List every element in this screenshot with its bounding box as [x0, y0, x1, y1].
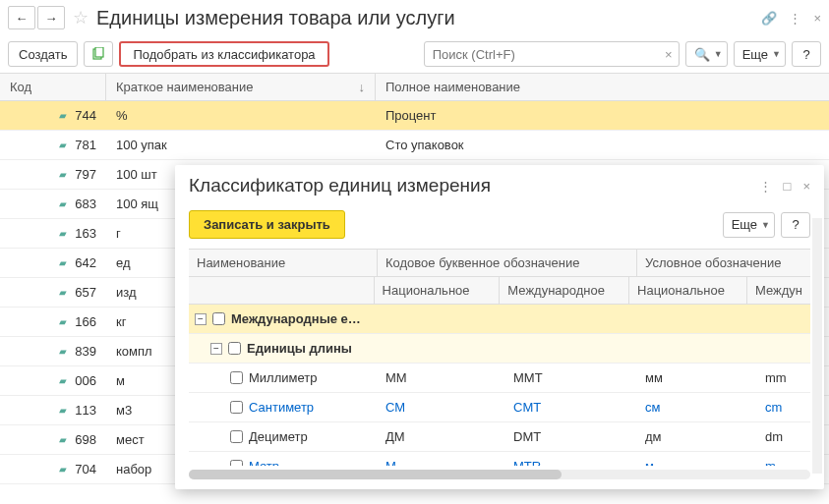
svg-rect-1: [95, 47, 103, 57]
dialog-menu-icon[interactable]: ⋮: [759, 179, 772, 194]
search-box: ×: [424, 41, 680, 67]
classifier-row[interactable]: МиллиметрММMMTммmm: [189, 364, 810, 393]
row-checkbox[interactable]: [230, 401, 243, 414]
row-marker-icon: ▰: [59, 405, 67, 416]
row-marker-icon: ▰: [59, 316, 67, 327]
save-close-button[interactable]: Записать и закрыть: [189, 210, 345, 239]
row-checkbox[interactable]: [230, 371, 243, 384]
tree-collapse-icon[interactable]: −: [210, 343, 222, 355]
classifier-row[interactable]: МетрМMTRмm: [189, 452, 810, 466]
page-title: Единицы измерения товара или услуги: [96, 7, 761, 29]
dialog-maximize-icon[interactable]: □: [784, 179, 792, 194]
col-full[interactable]: Полное наименование: [376, 74, 829, 100]
nav-back-button[interactable]: ←: [8, 6, 35, 29]
dialog-toolbar: Записать и закрыть Еще▼ ?: [175, 204, 824, 249]
dialog-close-icon[interactable]: ×: [802, 179, 810, 194]
close-icon[interactable]: ×: [813, 11, 821, 26]
group-checkbox[interactable]: [212, 312, 225, 325]
row-marker-icon: ▰: [59, 198, 67, 209]
dialog-v-scrollbar[interactable]: [812, 218, 822, 474]
search-mode-button[interactable]: 🔍▼: [685, 41, 728, 67]
row-marker-icon: ▰: [59, 169, 67, 180]
help-button[interactable]: ?: [792, 41, 821, 67]
row-marker-icon: ▰: [59, 434, 67, 445]
menu-dots-icon[interactable]: ⋮: [789, 11, 801, 26]
titlebar: ← → ☆ Единицы измерения товара или услуг…: [0, 0, 829, 35]
tree-subgroup-row[interactable]: −Единицы длины: [189, 334, 810, 364]
dialog-titlebar: Классификатор единиц измерения ⋮ □ ×: [175, 165, 824, 204]
group-checkbox[interactable]: [228, 342, 241, 355]
dcol-nat2[interactable]: Национальное: [629, 277, 747, 304]
col-code[interactable]: Код: [0, 74, 106, 100]
dcol-int2[interactable]: Междун: [747, 277, 810, 304]
dialog-more-button[interactable]: Еще▼: [723, 212, 775, 238]
search-clear-icon[interactable]: ×: [659, 47, 679, 62]
row-marker-icon: ▰: [59, 140, 67, 150]
col-short[interactable]: Краткое наименование↓: [106, 74, 376, 100]
row-marker-icon: ▰: [59, 375, 67, 386]
more-button[interactable]: Еще▼: [734, 41, 786, 67]
sort-arrow-icon: ↓: [359, 80, 366, 94]
classifier-dialog: Классификатор единиц измерения ⋮ □ × Зап…: [175, 165, 824, 489]
tree-group-row[interactable]: −Международные е…: [189, 305, 810, 334]
dcol-nat1[interactable]: Национальное: [375, 277, 501, 304]
dcol-int1[interactable]: Международное: [500, 277, 629, 304]
dcol-cond[interactable]: Условное обозначение: [637, 250, 810, 276]
row-marker-icon: ▰: [59, 110, 67, 121]
dcol-letter[interactable]: Кодовое буквенное обозначение: [378, 250, 637, 276]
dialog-header-row2: Национальное Международное Национальное …: [189, 277, 810, 305]
row-marker-icon: ▰: [59, 287, 67, 298]
row-marker-icon: ▰: [59, 257, 67, 268]
main-toolbar: Создать Подобрать из классификатора × 🔍▼…: [0, 35, 829, 73]
create-button[interactable]: Создать: [8, 41, 78, 67]
nav-forward-button[interactable]: →: [37, 6, 65, 29]
table-row[interactable]: ▰744%Процент: [0, 101, 829, 131]
dialog-header-row1: Наименование Кодовое буквенное обозначен…: [189, 250, 810, 277]
table-row[interactable]: ▰781100 упакСто упаковок: [0, 131, 829, 160]
row-checkbox[interactable]: [230, 460, 243, 466]
table-header: Код Краткое наименование↓ Полное наимено…: [0, 73, 829, 101]
dialog-table: Наименование Кодовое буквенное обозначен…: [189, 249, 810, 466]
search-input[interactable]: [425, 47, 659, 62]
classifier-row[interactable]: ДециметрДМDMTдмdm: [189, 422, 810, 452]
pick-from-classifier-button[interactable]: Подобрать из классификатора: [119, 41, 328, 67]
row-marker-icon: ▰: [59, 346, 67, 357]
dcol-name[interactable]: Наименование: [189, 250, 378, 276]
dialog-title: Классификатор единиц измерения: [189, 175, 759, 196]
dialog-help-button[interactable]: ?: [781, 212, 810, 238]
row-checkbox[interactable]: [230, 430, 243, 443]
tree-collapse-icon[interactable]: −: [195, 313, 207, 325]
row-marker-icon: ▰: [59, 228, 67, 239]
row-marker-icon: ▰: [59, 464, 67, 475]
link-icon[interactable]: 🔗: [761, 11, 777, 26]
classifier-row[interactable]: СантиметрСМCMTсмcm: [189, 393, 810, 422]
dialog-h-scrollbar[interactable]: [189, 470, 810, 479]
favorite-star-icon[interactable]: ☆: [73, 7, 89, 28]
copy-button[interactable]: [84, 41, 113, 67]
